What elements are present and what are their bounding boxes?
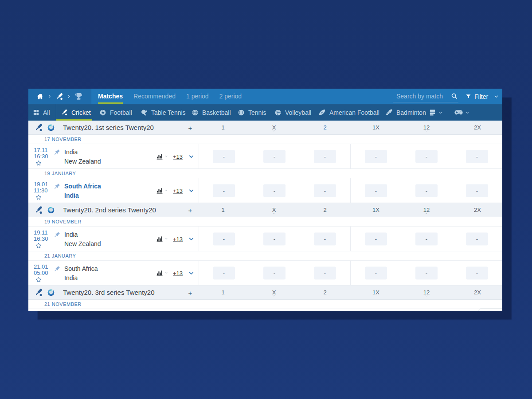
column-header-x[interactable]: X: [272, 121, 276, 134]
trophy-icon[interactable]: [74, 92, 83, 101]
league-header[interactable]: Twenty20. 1st series Twenty20 + 1 X 2 1X…: [28, 121, 502, 135]
favorite-star-icon[interactable]: [35, 277, 42, 283]
odds-cell-1x[interactable]: -: [365, 184, 387, 197]
column-header-1[interactable]: 1: [221, 121, 224, 134]
column-header-1x[interactable]: 1X: [372, 121, 379, 134]
odds-cell-1x[interactable]: -: [365, 150, 387, 163]
odds-cell-2x[interactable]: -: [466, 232, 488, 245]
expand-all-button[interactable]: +: [188, 206, 192, 214]
pin-icon[interactable]: [53, 265, 61, 273]
statistics-button[interactable]: [156, 235, 168, 242]
scroll-top-button[interactable]: [478, 308, 502, 311]
odds-cell-2x[interactable]: -: [466, 184, 488, 197]
odds-cell-1x[interactable]: -: [365, 266, 387, 279]
favorite-star-icon[interactable]: [35, 243, 42, 249]
match-teams[interactable]: India New Zealand: [64, 230, 101, 249]
league-header[interactable]: Twenty20. 3rd series Twenty20 + 1 X 2 1X…: [28, 286, 502, 300]
tab-2-period[interactable]: 2 period: [214, 89, 247, 104]
odds-cell-x[interactable]: -: [263, 184, 286, 197]
column-header-2x[interactable]: 2X: [474, 286, 481, 299]
column-header-2[interactable]: 2: [323, 203, 326, 217]
match-row[interactable]: 21.01 05:00 South Africa India +13 - - -…: [28, 261, 502, 286]
more-markets-link[interactable]: +13: [173, 235, 183, 242]
pin-icon[interactable]: [53, 231, 61, 239]
tab-1-period[interactable]: 1 period: [181, 89, 214, 104]
column-header-12[interactable]: 12: [423, 203, 430, 217]
odds-cell-12[interactable]: -: [415, 266, 438, 279]
column-header-2x[interactable]: 2X: [474, 203, 481, 217]
sport-cricket[interactable]: Cricket: [56, 104, 92, 121]
sport-american-football[interactable]: American Football: [314, 104, 383, 121]
match-row[interactable]: 19.11 16:30 India New Zealand +13 - - - …: [28, 227, 502, 251]
favorite-star-icon[interactable]: [35, 160, 42, 166]
column-header-1[interactable]: 1: [221, 203, 224, 217]
statistics-button[interactable]: [156, 187, 168, 194]
more-markets-link[interactable]: +13: [173, 187, 183, 194]
odds-cell-1[interactable]: -: [213, 266, 235, 279]
tab-matches[interactable]: Matches: [93, 89, 128, 104]
column-header-12[interactable]: 12: [423, 121, 430, 134]
expand-all-button[interactable]: +: [188, 124, 192, 131]
odds-cell-2[interactable]: -: [314, 184, 336, 197]
odds-cell-1[interactable]: -: [213, 150, 235, 163]
expand-all-button[interactable]: +: [188, 289, 192, 296]
odds-cell-1x[interactable]: -: [365, 232, 387, 245]
home-icon[interactable]: [36, 93, 44, 100]
odds-cell-2[interactable]: -: [314, 150, 336, 163]
odds-cell-2[interactable]: -: [314, 232, 336, 245]
odds-cell-1[interactable]: -: [213, 184, 235, 197]
odds-cell-12[interactable]: -: [415, 232, 438, 245]
column-header-2[interactable]: 2: [323, 121, 326, 134]
odds-cell-1[interactable]: -: [213, 232, 235, 245]
odds-cell-x[interactable]: -: [263, 266, 286, 279]
expand-match-chevron-icon[interactable]: [188, 270, 194, 276]
match-row[interactable]: 17.11 16:30 India New Zealand +13 - - - …: [28, 144, 502, 169]
sport-badminton[interactable]: Badminton: [381, 104, 430, 121]
sport-volleyball[interactable]: Volleyball: [270, 104, 315, 121]
odds-cell-12[interactable]: -: [415, 150, 438, 163]
expand-match-chevron-icon[interactable]: [188, 153, 194, 159]
odds-cell-x[interactable]: -: [263, 232, 286, 245]
match-teams[interactable]: South Africa India: [64, 264, 98, 283]
tab-recommended[interactable]: Recommended: [128, 89, 181, 104]
statistics-button[interactable]: [156, 270, 168, 276]
more-markets-link[interactable]: +13: [173, 153, 183, 160]
odds-cell-2x[interactable]: -: [466, 150, 488, 163]
odds-cell-12[interactable]: -: [415, 184, 438, 197]
pin-icon[interactable]: [53, 183, 61, 191]
odds-cell-x[interactable]: -: [263, 150, 286, 163]
sport-tennis[interactable]: Tennis: [234, 104, 270, 121]
sport-basketball[interactable]: Basketball: [188, 104, 235, 121]
games-menu-button[interactable]: [450, 104, 473, 121]
column-separator: [350, 227, 351, 251]
column-header-2x[interactable]: 2X: [474, 121, 481, 134]
column-header-1x[interactable]: 1X: [372, 203, 379, 217]
match-teams[interactable]: South Africa India: [64, 182, 101, 200]
filter-button[interactable]: Filter: [466, 89, 499, 104]
cricket-bat-icon[interactable]: [55, 92, 63, 101]
odds-cell-2x[interactable]: -: [466, 266, 488, 279]
statistics-button[interactable]: [156, 153, 168, 160]
more-markets-link[interactable]: +13: [173, 270, 183, 276]
column-header-1x[interactable]: 1X: [372, 286, 379, 299]
column-header-x[interactable]: X: [272, 203, 276, 217]
sport-table-tennis[interactable]: Table Tennis: [137, 104, 190, 121]
expand-match-chevron-icon[interactable]: [188, 236, 194, 242]
column-header-2[interactable]: 2: [323, 286, 326, 299]
favorite-star-icon[interactable]: [35, 194, 42, 200]
pin-icon[interactable]: [53, 149, 61, 156]
match-row[interactable]: 19.01 11:30 South Africa India +13 - - -…: [28, 178, 502, 203]
sport-all[interactable]: All: [28, 104, 56, 121]
search-icon[interactable]: [451, 93, 458, 99]
leagues-menu-button[interactable]: [425, 104, 447, 121]
search-input[interactable]: [393, 93, 451, 101]
sport-football[interactable]: Football: [95, 104, 136, 121]
column-header-x[interactable]: X: [272, 286, 276, 299]
match-teams[interactable]: India New Zealand: [64, 148, 101, 166]
home-team: South Africa: [64, 264, 98, 274]
expand-match-chevron-icon[interactable]: [188, 188, 194, 193]
odds-cell-2[interactable]: -: [314, 266, 336, 279]
league-header[interactable]: Twenty20. 2nd series Twenty20 + 1 X 2 1X…: [28, 203, 502, 217]
column-header-1[interactable]: 1: [221, 286, 224, 299]
column-header-12[interactable]: 12: [423, 286, 430, 299]
